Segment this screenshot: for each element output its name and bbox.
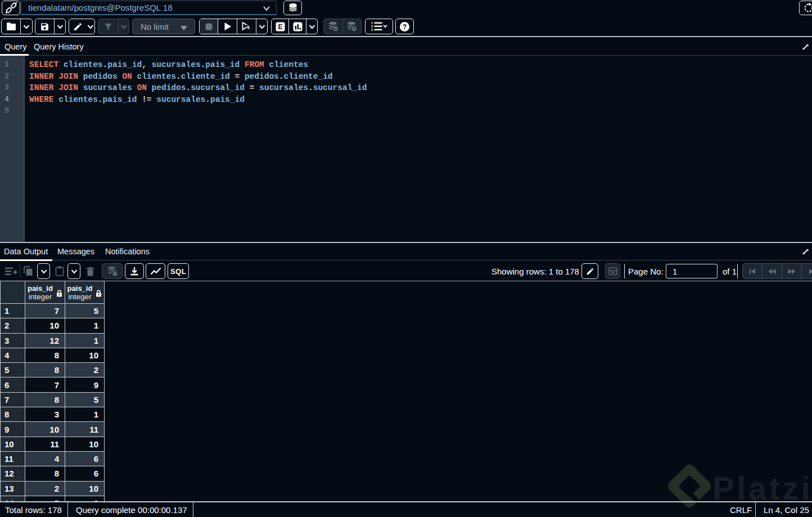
svg-text:?: ? bbox=[403, 23, 407, 31]
svg-text:E: E bbox=[278, 23, 282, 30]
svg-text:3: 3 bbox=[371, 28, 373, 32]
